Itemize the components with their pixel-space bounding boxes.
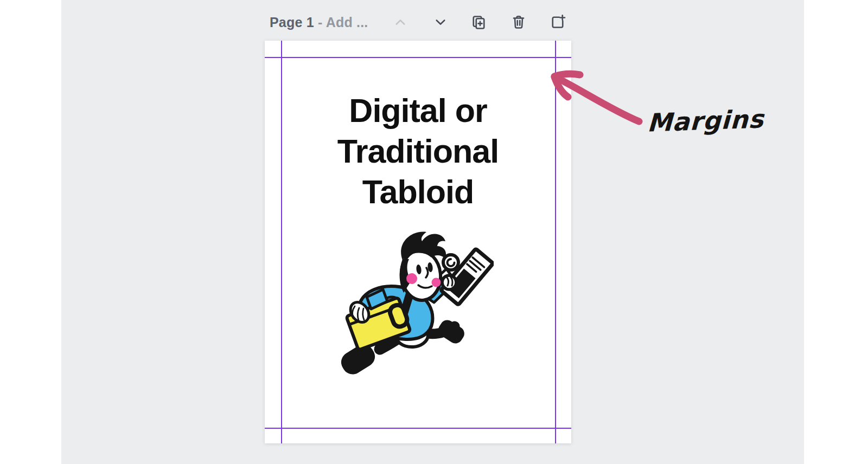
page-number-label: Page 1 [270,15,314,30]
margins-annotation-label: Margins [647,104,764,138]
add-page-icon [550,14,566,30]
margin-guide-top [265,57,571,58]
right-cheek [432,278,441,287]
page-title-placeholder: - Add ... [314,15,368,30]
move-page-down-button[interactable] [430,11,451,33]
paperboy-illustration[interactable] [335,227,494,376]
design-page-canvas[interactable]: Digital or Traditional Tabloid [265,41,571,443]
duplicate-page-button[interactable] [468,11,489,33]
trash-icon [510,14,527,30]
delete-page-button[interactable] [508,11,529,33]
left-editor-panel [0,0,61,464]
add-page-button[interactable] [547,11,569,33]
heading-line-2: Traditional [273,131,563,172]
heading-line-1: Digital or [273,91,563,131]
heading-line-3: Tabloid [273,172,563,212]
page-heading-text[interactable]: Digital or Traditional Tabloid [273,91,563,212]
page-title-input[interactable]: Page 1 - Add ... [270,14,368,30]
right-editor-panel [804,0,868,464]
margin-guide-bottom [265,428,571,429]
front-shoe [436,318,467,346]
duplicate-page-icon [470,14,487,30]
move-page-up-button[interactable] [390,11,411,33]
left-cheek [406,273,417,284]
chevron-up-icon [392,14,409,30]
chevron-down-icon [432,14,449,30]
